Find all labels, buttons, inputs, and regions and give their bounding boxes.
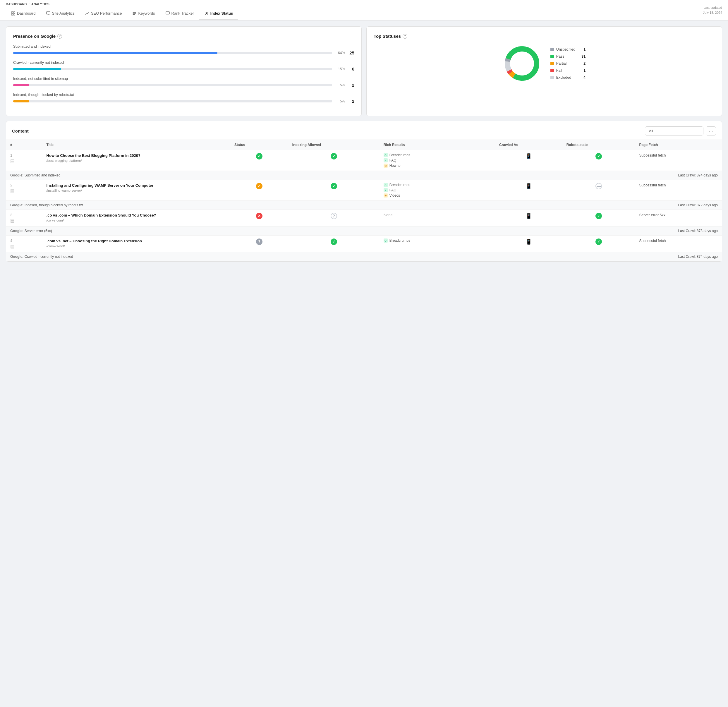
rich-label: Videos <box>390 194 400 198</box>
top-cards: Presence on Google ? Submitted and index… <box>6 26 722 116</box>
row-rich-cell: ◇ Breadcrumbs ≡ FAQ ⊟ How-to <box>380 150 495 171</box>
top-statuses-card: Top Statuses ? <box>366 26 722 116</box>
svg-rect-3 <box>13 13 15 15</box>
fetch-status: Server error 5xx <box>639 213 665 217</box>
filter-row: ··· <box>645 126 716 136</box>
legend-dot <box>550 55 554 58</box>
bar-count: 2 <box>348 98 354 104</box>
rich-icon: ⊟ <box>384 163 388 168</box>
indexing-check: ✓ <box>331 153 337 159</box>
tab-rank-tracker[interactable]: Rank Tracker <box>160 7 199 20</box>
tab-keywords-label: Keywords <box>138 11 155 16</box>
mobile-icon: 📱 <box>526 183 532 189</box>
table-row[interactable]: 3 ▤ .co vs .com – Which Domain Extension… <box>6 210 722 227</box>
google-label: Google: <box>10 173 25 177</box>
rich-label: Breadcrumbs <box>390 239 410 243</box>
title-main: .com vs .net – Choosing the Right Domain… <box>46 239 226 244</box>
row-crawled-cell: 📱 <box>495 180 562 201</box>
tab-index-status-label: Index Status <box>210 11 233 16</box>
bar-row: 5% 2 <box>13 82 354 88</box>
tab-dashboard-label: Dashboard <box>17 11 36 16</box>
tab-bar: Dashboard Site Analytics SEO Performance… <box>6 7 238 20</box>
table-row[interactable]: 1 ▤ How to Choose the Best Blogging Plat… <box>6 150 722 171</box>
presence-label: Indexed, though blocked by robots.txt <box>13 93 354 97</box>
bar-count: 6 <box>348 67 354 71</box>
table-header: # Title Status Indexing Allowed Rich Res… <box>6 140 722 150</box>
robots-dash: — <box>595 183 602 189</box>
row-num: 3 <box>10 213 38 217</box>
indexing-question: ? <box>331 213 337 219</box>
rich-icon: ◇ <box>384 153 388 157</box>
row-rich-cell: ◇ Breadcrumbs ≡ FAQ ⊞ Videos <box>380 180 495 201</box>
last-crawl-cell: Last Crawl: 874 days ago <box>495 171 722 180</box>
presence-items: Submitted and indexed 64% 25 Crawled - c… <box>13 45 354 104</box>
tab-dashboard[interactable]: Dashboard <box>6 7 41 20</box>
indexing-check: ✓ <box>331 239 337 245</box>
top-statuses-help-icon[interactable]: ? <box>403 34 407 39</box>
filter-input[interactable] <box>645 126 703 136</box>
table-row[interactable]: 2 ▤ Installing and Configuring WAMP Serv… <box>6 180 722 201</box>
row-robots-cell: — <box>562 180 635 201</box>
svg-rect-0 <box>12 12 13 13</box>
legend-count: 4 <box>584 75 585 80</box>
rich-icon: ◇ <box>384 183 388 187</box>
title-url: /co-vs-com/ <box>46 218 226 222</box>
row-indexing-cell: ✓ <box>288 180 380 201</box>
google-status-text: Submitted and indexed <box>25 173 61 177</box>
row-title-cell: How to Choose the Best Blogging Platform… <box>42 150 230 171</box>
bar-row: 64% 25 <box>13 50 354 55</box>
bar-track <box>13 100 332 103</box>
table-row[interactable]: 4 ▤ .com vs .net – Choosing the Right Do… <box>6 236 722 252</box>
bar-fill <box>13 52 217 54</box>
bar-pct: 15% <box>336 67 345 71</box>
row-num-cell: 4 ▤ <box>6 236 42 252</box>
mobile-icon: 📱 <box>526 153 532 159</box>
legend-label: Partial <box>556 61 575 65</box>
title-url: /installing-wamp-server/ <box>46 189 226 192</box>
google-status-text: Crawled - currently not indexed <box>25 254 73 259</box>
bar-pct: 5% <box>336 99 345 103</box>
last-crawl-cell: Last Crawl: 874 days ago <box>495 252 722 261</box>
content-header: Content ··· <box>6 121 722 140</box>
last-crawl-label: Last Crawl: <box>678 229 697 233</box>
content-table: # Title Status Indexing Allowed Rich Res… <box>6 140 722 261</box>
last-crawl-label: Last Crawl: <box>678 173 697 177</box>
rich-item: ≡ FAQ <box>384 188 491 192</box>
title-url: /com-vs-net/ <box>46 244 226 248</box>
svg-rect-1 <box>13 12 15 13</box>
legend-label: Excluded <box>556 75 575 80</box>
filter-more-button[interactable]: ··· <box>706 126 716 136</box>
presence-item: Submitted and indexed 64% 25 <box>13 45 354 55</box>
google-label: Google: <box>10 229 25 233</box>
legend-item: Partial 2 <box>550 61 585 65</box>
row-indexing-cell: ? <box>288 210 380 227</box>
google-status-text: Indexed, though blocked by robots.txt <box>25 203 83 207</box>
title-url: /best-blogging-platform/ <box>46 159 226 162</box>
row-title-cell: Installing and Configuring WAMP Server o… <box>42 180 230 201</box>
legend-dot <box>550 62 554 65</box>
tab-seo-performance[interactable]: SEO Performance <box>80 7 127 20</box>
tab-index-status[interactable]: Index Status <box>199 7 238 20</box>
top-statuses-inner: Unspecified 1 Pass 31 Partial 2 Fail 1 E… <box>374 45 715 82</box>
google-label: Google: <box>10 254 25 259</box>
tab-site-analytics[interactable]: Site Analytics <box>41 7 80 20</box>
legend-label: Pass <box>556 55 573 59</box>
legend-dot <box>550 48 554 51</box>
last-crawl-cell: Last Crawl: 873 days ago <box>495 227 722 236</box>
presence-title: Presence on Google ? <box>13 34 354 39</box>
fetch-status: Successful fetch <box>639 239 666 243</box>
row-icon: ▤ <box>10 243 38 249</box>
main-content: Presence on Google ? Submitted and index… <box>0 20 728 267</box>
title-main: How to Choose the Best Blogging Platform… <box>46 153 226 158</box>
indexing-check: ✓ <box>331 183 337 189</box>
tab-keywords[interactable]: Keywords <box>127 7 160 20</box>
presence-help-icon[interactable]: ? <box>57 34 62 39</box>
row-robots-cell: ✓ <box>562 150 635 171</box>
row-crawled-cell: 📱 <box>495 236 562 252</box>
rich-item: ⊟ How-to <box>384 163 491 168</box>
robots-check: ✓ <box>595 153 602 159</box>
row-fetch-cell: Successful fetch <box>635 150 722 171</box>
rich-results: None <box>384 213 491 217</box>
row-num-cell: 1 ▤ <box>6 150 42 171</box>
status-pass: ✓ <box>256 153 263 159</box>
